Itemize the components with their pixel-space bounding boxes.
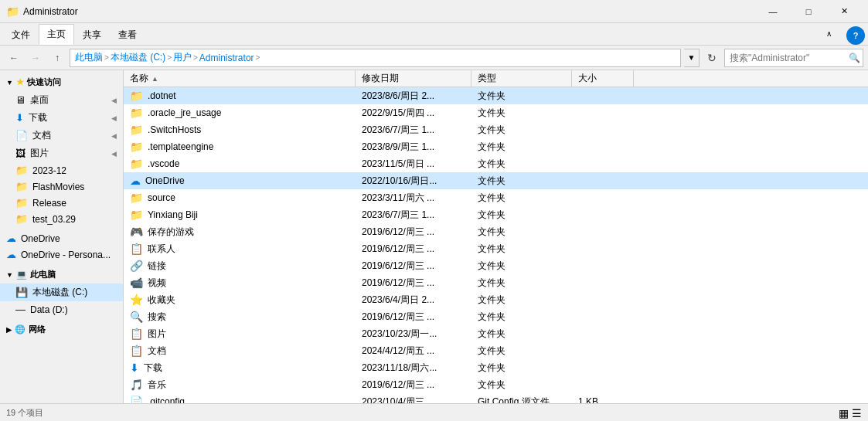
table-row[interactable]: 🎵 音乐 2019/6/12/周三 ... 文件夹	[124, 376, 868, 393]
table-row[interactable]: 📁 .templateengine 2023/8/9/周三 1... 文件夹	[124, 138, 868, 155]
table-row[interactable]: 🔗 链接 2019/6/12/周三 ... 文件夹	[124, 257, 868, 274]
thispc-arrow-icon: ▼	[6, 271, 13, 279]
file-name: 音乐	[148, 379, 166, 392]
table-row[interactable]: 📁 .vscode 2023/11/5/周日 ... 文件夹	[124, 155, 868, 172]
sidebar-item-pictures[interactable]: 🖼 图片 ◀	[0, 144, 123, 162]
tab-share[interactable]: 共享	[74, 25, 110, 45]
sidebar-item-downloads[interactable]: ⬇ 下载 ◀	[0, 109, 123, 127]
table-row[interactable]: ☁ OneDrive 2022/10/16/周日... 文件夹	[124, 172, 868, 189]
search-input[interactable]	[730, 53, 846, 63]
forward-button[interactable]: →	[26, 49, 45, 67]
folder-title-icon: 📁	[6, 5, 19, 18]
search-icon[interactable]: 🔍	[849, 53, 860, 63]
sidebar-header-network[interactable]: ▶ 🌐 网络	[0, 321, 123, 338]
file-size-cell	[572, 155, 634, 172]
path-segment-pc: 此电脑	[75, 51, 103, 64]
sidebar-section-thispc: ▼ 💻 此电脑 💾 本地磁盘 (C:) — Data (D:)	[0, 266, 123, 317]
sidebar-item-data-d[interactable]: — Data (D:)	[0, 301, 123, 317]
sidebar-item-onedrive-personal[interactable]: ☁ OneDrive - Persona...	[0, 246, 123, 263]
table-row[interactable]: 🎮 保存的游戏 2019/6/12/周三 ... 文件夹	[124, 223, 868, 240]
file-date-cell: 2019/6/12/周三 ...	[356, 274, 471, 291]
sidebar-release-label: Release	[32, 198, 66, 209]
ribbon-tabs: 文件 主页 共享 查看 ∧ ?	[0, 23, 868, 45]
table-row[interactable]: 📋 图片 2023/10/23/周一... 文件夹	[124, 325, 868, 342]
ribbon-collapse-button[interactable]: ∧	[811, 22, 846, 45]
file-size-cell	[572, 308, 634, 325]
file-type-cell: 文件夹	[471, 121, 572, 138]
file-name: Yinxiang Biji	[148, 209, 198, 220]
table-row[interactable]: 📄 .gitconfig 2023/10/4/周三 ... Git Config…	[124, 393, 868, 403]
table-row[interactable]: ⭐ 收藏夹 2023/6/4/周日 2... 文件夹	[124, 291, 868, 308]
file-name-cell: ⬇ 下载	[124, 359, 356, 376]
help-button[interactable]: ?	[846, 26, 865, 45]
address-path[interactable]: 此电脑 > 本地磁盘 (C:) > 用户 > Administrator >	[70, 49, 681, 67]
file-list: 📁 .dotnet 2023/8/6/周日 2... 文件夹 📁 .oracle…	[124, 87, 868, 403]
up-button[interactable]: ↑	[48, 49, 66, 67]
table-row[interactable]: 📁 source 2023/3/11/周六 ... 文件夹	[124, 189, 868, 206]
col-header-type[interactable]: 类型	[471, 70, 572, 87]
sidebar-item-2023-12[interactable]: 📁 2023-12	[0, 162, 123, 178]
sidebar-item-test[interactable]: 📁 test_03.29	[0, 211, 123, 227]
file-date-cell: 2023/3/11/周六 ...	[356, 189, 471, 206]
file-size-cell	[572, 291, 634, 308]
maximize-button[interactable]: □	[791, 0, 826, 23]
sidebar-item-desktop[interactable]: 🖥 桌面 ◀	[0, 91, 123, 109]
sidebar-item-documents[interactable]: 📄 文档 ◀	[0, 127, 123, 144]
close-button[interactable]: ✕	[826, 0, 862, 23]
table-row[interactable]: 📁 .SwitchHosts 2023/6/7/周三 1... 文件夹	[124, 121, 868, 138]
path-arrow-1: >	[104, 53, 109, 62]
file-type-icon: 🎮	[130, 226, 143, 238]
file-name: .oracle_jre_usage	[148, 107, 221, 118]
col-header-size[interactable]: 大小	[572, 70, 634, 87]
grid-view-button[interactable]: ▦	[839, 407, 849, 419]
sidebar-item-release[interactable]: 📁 Release	[0, 195, 123, 211]
sidebar-item-flashmovies[interactable]: 📁 FlashMovies	[0, 178, 123, 195]
path-segment-users: 用户	[173, 51, 192, 64]
col-header-name[interactable]: 名称 ▲	[124, 70, 356, 87]
back-button[interactable]: ←	[5, 49, 23, 67]
sidebar-header-quickaccess[interactable]: ▼ ★ 快速访问	[0, 73, 123, 91]
table-row[interactable]: 📋 联系人 2019/6/12/周三 ... 文件夹	[124, 240, 868, 257]
table-row[interactable]: 🔍 搜索 2019/6/12/周三 ... 文件夹	[124, 308, 868, 325]
col-header-date[interactable]: 修改日期	[356, 70, 471, 87]
tab-file[interactable]: 文件	[3, 25, 39, 45]
tab-home[interactable]: 主页	[39, 24, 74, 45]
file-size-cell	[572, 172, 634, 189]
list-view-button[interactable]: ☰	[852, 407, 862, 419]
sidebar-item-local-c[interactable]: 💾 本地磁盘 (C:)	[0, 283, 123, 301]
sidebar-header-thispc[interactable]: ▼ 💻 此电脑	[0, 266, 123, 283]
col-date-label: 修改日期	[362, 72, 399, 85]
file-name: 联系人	[148, 243, 175, 256]
table-row[interactable]: 📹 视频 2019/6/12/周三 ... 文件夹	[124, 274, 868, 291]
file-name: 视频	[148, 277, 166, 290]
file-name-cell: ☁ OneDrive	[124, 172, 356, 189]
col-name-label: 名称	[130, 72, 148, 85]
refresh-button[interactable]: ↻	[703, 49, 721, 67]
sidebar-item-onedrive[interactable]: ☁ OneDrive	[0, 230, 123, 246]
path-arrow-3: >	[193, 53, 198, 62]
file-type-icon: 🔗	[130, 260, 143, 272]
quickaccess-arrow-icon: ▼	[6, 79, 13, 87]
table-row[interactable]: 📁 Yinxiang Biji 2023/6/7/周三 1... 文件夹	[124, 206, 868, 223]
ribbon: 文件 主页 共享 查看 ∧ ?	[0, 23, 868, 46]
file-size-cell	[572, 257, 634, 274]
address-dropdown-button[interactable]: ▼	[684, 49, 700, 67]
sidebar-thispc-label: 此电脑	[30, 269, 56, 280]
table-row[interactable]: ⬇ 下载 2023/11/18/周六... 文件夹	[124, 359, 868, 376]
file-size-cell	[572, 223, 634, 240]
sidebar: ▼ ★ 快速访问 🖥 桌面 ◀ ⬇ 下载 ◀ 📄 文档 ◀ 🖼 图片	[0, 70, 124, 403]
table-row[interactable]: 📋 文档 2024/4/12/周五 ... 文件夹	[124, 342, 868, 359]
status-bar: 19 个项目 ▦ ☰	[0, 403, 868, 421]
table-row[interactable]: 📁 .oracle_jre_usage 2022/9/15/周四 ... 文件夹	[124, 104, 868, 121]
minimize-button[interactable]: —	[755, 0, 791, 23]
file-date-cell: 2023/6/7/周三 1...	[356, 121, 471, 138]
file-name-cell: 📁 source	[124, 189, 356, 206]
tab-view[interactable]: 查看	[110, 25, 145, 45]
file-size-cell	[572, 359, 634, 376]
file-size-cell	[572, 104, 634, 121]
table-row[interactable]: 📁 .dotnet 2023/8/6/周日 2... 文件夹	[124, 87, 868, 104]
file-name-cell: 📋 图片	[124, 325, 356, 342]
file-type-cell: 文件夹	[471, 87, 572, 104]
file-type-cell: 文件夹	[471, 138, 572, 155]
file-date-cell: 2019/6/12/周三 ...	[356, 257, 471, 274]
